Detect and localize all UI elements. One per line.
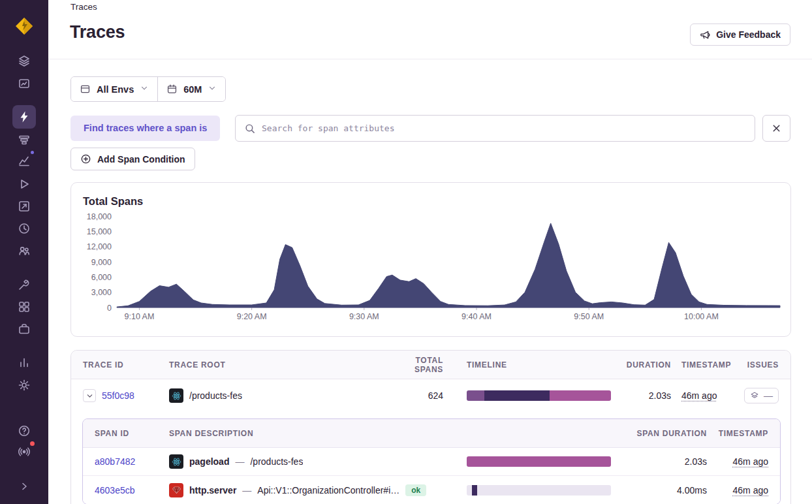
circle-plus-icon (80, 153, 91, 165)
span-id-link[interactable]: 4603e5cb (95, 485, 169, 496)
svg-text:9,000: 9,000 (91, 258, 112, 267)
search-input[interactable] (262, 123, 746, 133)
total-spans-card: Total Spans 03,0006,0009,00012,00015,000… (70, 182, 791, 337)
issues-count: — (764, 390, 773, 401)
search-icon (244, 123, 256, 134)
sidebar-item-settings[interactable] (12, 373, 36, 397)
add-span-condition-label: Add Span Condition (97, 154, 185, 165)
span-row: 4603e5cb http.server — Api::V1::Organiza… (83, 476, 780, 504)
calendar-icon (166, 84, 178, 95)
svg-text:3,000: 3,000 (91, 288, 112, 297)
sidebar-item-user-feedback[interactable] (12, 239, 36, 262)
give-feedback-button[interactable]: Give Feedback (690, 24, 790, 46)
chevron-down-icon (86, 392, 94, 400)
svg-text:9:10 AM: 9:10 AM (125, 312, 155, 321)
play-icon (18, 178, 31, 191)
sidebar (0, 0, 48, 504)
chevron-right-icon (18, 480, 31, 493)
trace-id-link[interactable]: 55f0c98 (102, 390, 134, 401)
span-attribute-search[interactable] (235, 115, 755, 142)
box-arrow-icon (18, 200, 31, 213)
span-status-badge: ok (405, 484, 426, 496)
environment-label: All Envs (97, 84, 134, 95)
span-filter-pill: Find traces where a span is (70, 116, 220, 141)
sidebar-item-whats-new[interactable] (12, 440, 36, 464)
trace-duration: 2.03s (611, 390, 671, 401)
ruby-platform-icon (169, 483, 183, 497)
svg-text:6,000: 6,000 (91, 273, 112, 282)
organization-logo[interactable] (12, 14, 36, 38)
trace-row: 55f0c98 /products-fes 624 2.03s 46m ago (71, 379, 790, 412)
help-icon (18, 424, 31, 437)
window-icon (80, 84, 91, 95)
span-description: /products-fes (250, 456, 303, 467)
col-span-timestamp: TIMESTAMP (707, 429, 768, 438)
sidebar-item-traces[interactable] (12, 105, 36, 129)
chevron-down-icon (140, 84, 149, 93)
react-platform-icon (169, 454, 183, 469)
traces-page: Traces Traces Give Feedback All Envs 60M… (0, 0, 812, 504)
sidebar-item-organization[interactable] (12, 317, 36, 341)
time-period-selector[interactable]: 60M (157, 77, 225, 101)
sidebar-item-toolbox[interactable] (12, 273, 36, 296)
sidebar-item-crons[interactable] (12, 217, 36, 240)
users-icon (18, 244, 31, 257)
span-duration: 4.00ms (611, 485, 707, 496)
col-timeline: TIMELINE (467, 360, 611, 370)
issues-icon (750, 391, 759, 400)
svg-text:10:00 AM: 10:00 AM (684, 312, 719, 321)
lightning-icon (18, 110, 31, 123)
chevron-down-icon (208, 84, 217, 93)
sidebar-item-replays[interactable] (12, 172, 36, 196)
layers-icon (18, 54, 31, 67)
span-op: pageload (189, 456, 229, 467)
sidebar-item-insights[interactable] (12, 149, 36, 172)
sidebar-item-explore[interactable] (12, 72, 36, 95)
sidebar-item-help[interactable] (12, 419, 36, 443)
page-title: Traces (70, 22, 125, 42)
add-span-condition-button[interactable]: Add Span Condition (70, 148, 195, 170)
col-trace-id: TRACE ID (83, 360, 169, 370)
span-op: http.server (189, 485, 236, 496)
sidebar-item-profiles[interactable] (12, 128, 36, 151)
sidebar-item-issues[interactable] (12, 49, 36, 72)
svg-text:15,000: 15,000 (87, 227, 112, 236)
megaphone-icon (700, 29, 711, 40)
span-id-link[interactable]: a80b7482 (95, 456, 169, 467)
svg-text:18,000: 18,000 (87, 212, 112, 221)
span-table-header: SPAN ID SPAN DESCRIPTION SPAN DURATION T… (83, 419, 780, 448)
span-description: Api::V1::OrganizationController#i… (257, 485, 399, 496)
total-spans-chart: 03,0006,0009,00012,00015,00018,0009:10 A… (71, 183, 790, 336)
broadcast-icon (18, 445, 31, 458)
chart-line-icon (18, 154, 31, 167)
time-period-label: 60M (183, 84, 202, 95)
wrench-icon (18, 278, 31, 291)
col-trace-root: TRACE ROOT (169, 360, 384, 370)
svg-text:9:30 AM: 9:30 AM (349, 312, 379, 321)
breadcrumb[interactable]: Traces (70, 2, 97, 12)
span-timestamp: 46m ago (733, 485, 768, 496)
total-spans-value: 624 (384, 390, 443, 401)
sidebar-collapse-button[interactable] (12, 475, 36, 498)
monitor-icon (18, 77, 31, 90)
sidebar-item-stats[interactable] (12, 351, 36, 374)
clear-filter-button[interactable] (762, 115, 790, 142)
insights-notification-dot (29, 150, 35, 155)
trace-issues-cell[interactable]: — (744, 388, 779, 403)
span-duration: 2.03s (611, 456, 707, 467)
col-total-spans: TOTAL SPANS (384, 356, 443, 374)
sidebar-item-components[interactable] (12, 295, 36, 319)
collapse-trace-button[interactable] (83, 389, 96, 402)
flamegraph-icon (18, 133, 31, 146)
org-logo-icon (14, 16, 34, 36)
sidebar-item-releases[interactable] (12, 195, 36, 218)
environment-selector[interactable]: All Envs (71, 77, 157, 101)
svg-text:9:40 AM: 9:40 AM (461, 312, 492, 321)
span-timestamp: 46m ago (733, 456, 768, 467)
svg-text:12,000: 12,000 (87, 242, 112, 251)
close-icon (771, 123, 782, 134)
trace-timeline-bar (467, 390, 611, 401)
gear-icon (18, 379, 31, 392)
col-timestamp: TIMESTAMP (671, 360, 730, 370)
svg-text:0: 0 (107, 304, 112, 313)
